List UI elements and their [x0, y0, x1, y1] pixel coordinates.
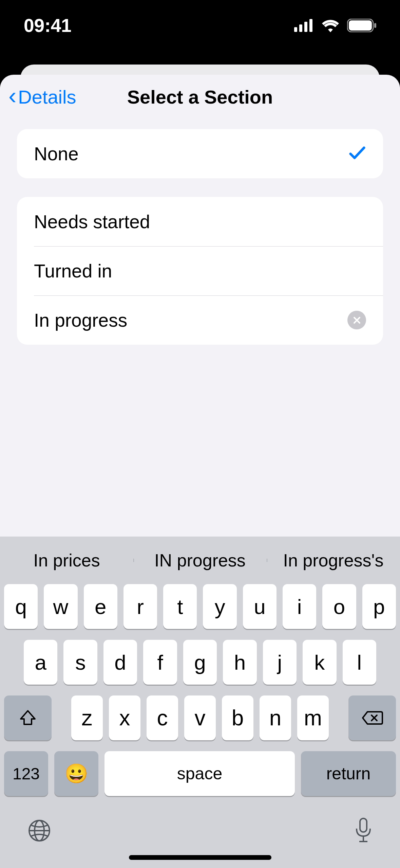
backspace-icon: [361, 710, 383, 726]
suggestion[interactable]: IN progress: [133, 550, 267, 571]
shift-icon: [19, 709, 37, 727]
key-z[interactable]: z: [71, 695, 103, 740]
section-row[interactable]: Turned in: [17, 246, 383, 295]
status-bar: 09:41: [0, 0, 400, 51]
space-key[interactable]: space: [104, 751, 295, 796]
keyboard-row: z x c v b n m: [0, 695, 400, 740]
section-label: Needs started: [34, 211, 150, 233]
key-k[interactable]: k: [303, 640, 336, 685]
suggestion-bar: In prices IN progress In progress's: [0, 537, 400, 584]
return-key[interactable]: return: [301, 751, 396, 796]
keyboard-bottom-bar: [0, 807, 400, 856]
key-f[interactable]: f: [143, 640, 177, 685]
mic-icon: [354, 817, 373, 844]
key-p[interactable]: p: [362, 584, 396, 629]
svg-rect-1: [299, 24, 302, 32]
section-row-none[interactable]: None: [17, 129, 383, 178]
emoji-key[interactable]: 😀: [54, 751, 98, 796]
chevron-left-icon: ‹: [8, 84, 16, 108]
keyboard-row: 123 😀 space return: [0, 751, 400, 796]
key-w[interactable]: w: [44, 584, 77, 629]
key-c[interactable]: c: [147, 695, 178, 740]
svg-rect-3: [309, 19, 312, 32]
numeric-key[interactable]: 123: [4, 751, 48, 796]
key-x[interactable]: x: [109, 695, 140, 740]
key-b[interactable]: b: [222, 695, 253, 740]
key-t[interactable]: t: [163, 584, 197, 629]
key-u[interactable]: u: [243, 584, 277, 629]
key-d[interactable]: d: [103, 640, 137, 685]
section-row[interactable]: Needs started: [17, 197, 383, 246]
x-icon: [353, 316, 361, 324]
key-e[interactable]: e: [84, 584, 117, 629]
key-j[interactable]: j: [263, 640, 297, 685]
backspace-key[interactable]: [348, 695, 396, 740]
section-label: Turned in: [34, 260, 112, 282]
key-y[interactable]: y: [203, 584, 236, 629]
svg-rect-5: [349, 20, 372, 31]
key-i[interactable]: i: [283, 584, 316, 629]
checkmark-icon: [348, 140, 366, 167]
key-v[interactable]: v: [184, 695, 216, 740]
key-h[interactable]: h: [223, 640, 256, 685]
modal-sheet: ‹ Details Select a Section None Needs st…: [0, 75, 400, 868]
section-group-items: Needs started Turned in: [17, 197, 383, 345]
key-l[interactable]: l: [343, 640, 376, 685]
suggestion[interactable]: In progress's: [267, 550, 400, 571]
back-label: Details: [18, 86, 76, 108]
section-group-none: None: [17, 129, 383, 178]
key-r[interactable]: r: [123, 584, 157, 629]
key-s[interactable]: s: [63, 640, 97, 685]
wifi-icon: [321, 19, 340, 32]
cellular-icon: [294, 19, 314, 32]
battery-icon: [347, 19, 376, 32]
key-m[interactable]: m: [297, 695, 329, 740]
key-q[interactable]: q: [4, 584, 38, 629]
svg-rect-10: [360, 818, 367, 832]
key-n[interactable]: n: [260, 695, 291, 740]
section-row-editing[interactable]: [17, 295, 383, 345]
key-a[interactable]: a: [24, 640, 57, 685]
keyboard-row: a s d f g h j k l: [0, 640, 400, 685]
keyboard-row: q w e r t y u i o p: [0, 584, 400, 629]
globe-key[interactable]: [27, 818, 52, 848]
key-g[interactable]: g: [183, 640, 217, 685]
content-area: None Needs started Turned in: [0, 119, 400, 345]
svg-rect-0: [294, 27, 297, 32]
back-button[interactable]: ‹ Details: [0, 86, 76, 108]
globe-icon: [27, 818, 52, 843]
home-indicator[interactable]: [129, 855, 271, 860]
svg-rect-2: [304, 22, 307, 32]
dictation-key[interactable]: [354, 817, 373, 850]
emoji-icon: 😀: [64, 762, 88, 785]
section-label: None: [34, 143, 78, 165]
navigation-bar: ‹ Details Select a Section: [0, 75, 400, 119]
svg-rect-6: [374, 23, 376, 28]
suggestion[interactable]: In prices: [0, 550, 133, 571]
clear-input-button[interactable]: [347, 311, 366, 329]
keyboard: In prices IN progress In progress's q w …: [0, 537, 400, 868]
key-o[interactable]: o: [322, 584, 356, 629]
status-time: 09:41: [24, 15, 72, 36]
shift-key[interactable]: [4, 695, 52, 740]
section-name-input[interactable]: [34, 309, 341, 331]
status-right: [294, 19, 376, 32]
